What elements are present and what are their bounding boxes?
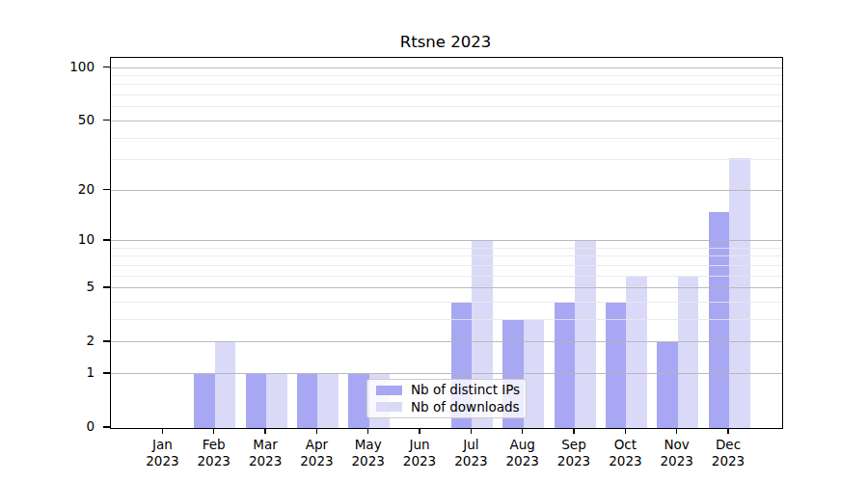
- bar-distinct-ips-1: [194, 374, 215, 428]
- y-axis-tick-label: 50: [0, 114, 95, 127]
- x-axis-tick-mark: [213, 428, 214, 434]
- bar-distinct-ips-3: [297, 374, 318, 428]
- gridline-minor: [111, 159, 782, 160]
- gridline-minor: [111, 84, 782, 85]
- gridline-major: [111, 120, 782, 121]
- gridline-major: [111, 67, 782, 68]
- bar-distinct-ips-9: [606, 303, 627, 428]
- gridline-minor: [111, 302, 782, 303]
- gridline-major: [111, 190, 782, 191]
- y-axis-tick-label: 100: [0, 61, 95, 74]
- chart-title: Rtsne 2023: [110, 33, 781, 52]
- gridline-minor: [111, 319, 782, 320]
- bar-downloads-10: [678, 277, 699, 429]
- gridline-minor: [111, 138, 782, 139]
- y-axis-tick-mark: [103, 120, 110, 120]
- gridline-major: [111, 287, 782, 288]
- gridline-minor: [111, 276, 782, 277]
- bar-distinct-ips-8: [555, 303, 576, 428]
- bar-downloads-11: [729, 158, 750, 429]
- legend-label: Nb of distinct IPs: [411, 383, 520, 397]
- y-axis-tick-label: 2: [0, 335, 95, 348]
- x-axis-tick-mark: [264, 428, 265, 434]
- bar-downloads-9: [626, 277, 647, 429]
- y-axis-tick-mark: [103, 340, 110, 341]
- x-axis-tick-mark: [573, 428, 574, 434]
- gridline-minor: [111, 94, 782, 95]
- y-axis-tick-label: 1: [0, 366, 95, 380]
- x-axis-tick-label: Dec2023: [690, 437, 767, 469]
- legend-swatch: [376, 402, 402, 412]
- legend-label: Nb of downloads: [411, 400, 520, 415]
- bar-downloads-2: [266, 374, 287, 428]
- x-axis-tick-mark: [367, 428, 368, 434]
- bar-downloads-8: [575, 241, 596, 428]
- x-axis-tick-mark: [625, 428, 626, 434]
- bar-downloads-1: [215, 342, 236, 428]
- x-axis-tick-mark: [676, 428, 677, 434]
- y-axis-tick-label: 10: [0, 233, 95, 247]
- legend-entry-distinct-ips: Nb of distinct IPs: [367, 383, 526, 397]
- y-axis-tick-mark: [103, 286, 110, 287]
- plot-area: [110, 57, 783, 429]
- x-axis-tick-mark: [162, 428, 163, 434]
- gridline-major: [111, 240, 782, 241]
- x-axis-tick-mark: [727, 428, 728, 434]
- gridline-major: [111, 341, 782, 342]
- gridline-minor: [111, 255, 782, 256]
- y-axis-tick-label: 0: [0, 420, 95, 434]
- gridline-minor: [111, 106, 782, 107]
- y-axis-tick-mark: [103, 67, 110, 67]
- x-axis-tick-mark: [522, 428, 523, 434]
- gridline-minor: [111, 248, 782, 249]
- gridline-minor: [111, 75, 782, 76]
- y-axis-tick-mark: [103, 372, 110, 373]
- bar-downloads-3: [317, 374, 339, 428]
- x-axis-tick-mark: [419, 428, 420, 434]
- legend-entry-downloads: Nb of downloads: [367, 400, 526, 415]
- y-axis-tick-mark: [103, 189, 110, 190]
- y-axis-tick-mark: [103, 239, 110, 240]
- y-axis-tick-label: 20: [0, 183, 95, 197]
- figure-canvas: Rtsne 2023 0125102050100Jan2023Feb2023Ma…: [0, 0, 868, 482]
- bar-distinct-ips-10: [657, 342, 678, 428]
- gridline-minor: [111, 265, 782, 266]
- bar-distinct-ips-2: [246, 374, 267, 428]
- legend: Nb of distinct IPsNb of downloads: [366, 379, 527, 418]
- y-axis-tick-label: 5: [0, 281, 95, 294]
- y-axis-tick-mark: [103, 426, 110, 427]
- x-axis-tick-mark: [316, 428, 317, 434]
- legend-swatch: [376, 386, 402, 395]
- gridline-major: [111, 373, 782, 374]
- x-axis-tick-mark: [471, 428, 472, 434]
